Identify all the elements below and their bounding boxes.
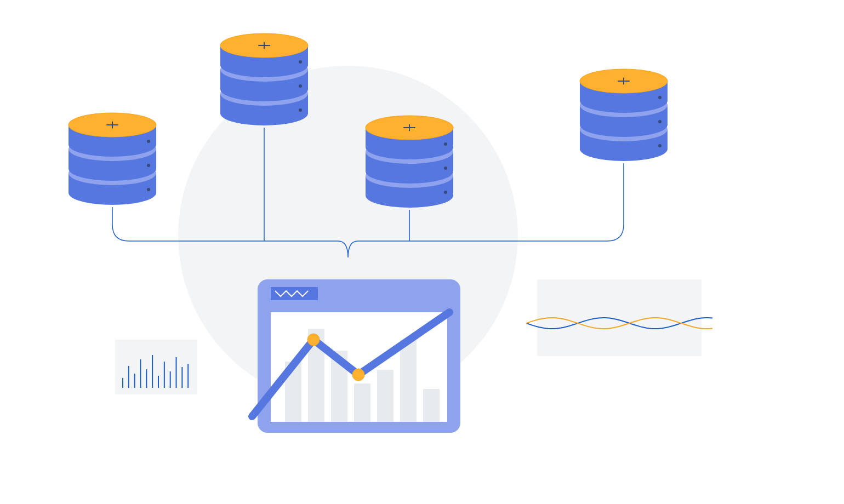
dashboard-bar [423,389,440,422]
dashboard-bar [377,370,394,422]
mini-bars-panel [115,340,197,394]
db-indicator-dot [147,188,150,191]
db-indicator-dot [147,164,150,167]
dashboard-window [252,279,460,433]
database-cylinder-1 [69,113,156,205]
dashboard-bar [354,383,370,422]
diagram-canvas [0,0,844,504]
db-indicator-dot [658,120,661,123]
db-indicator-dot [658,144,661,147]
db-indicator-dot [147,140,150,143]
db-indicator-dot [299,108,302,112]
database-cylinder-4 [580,69,668,161]
db-indicator-dot [444,191,447,194]
db-indicator-dot [444,167,447,170]
db-indicator-dot [658,96,661,99]
database-cylinder-3 [366,116,453,208]
db-indicator-dot [299,60,302,64]
dashboard-data-point [352,369,364,381]
database-cylinder-2 [220,33,308,125]
db-indicator-dot [444,142,447,146]
dashboard-bar [400,340,417,422]
wave-panel [537,279,702,356]
dashboard-data-point [307,334,320,346]
db-indicator-dot [299,84,302,88]
